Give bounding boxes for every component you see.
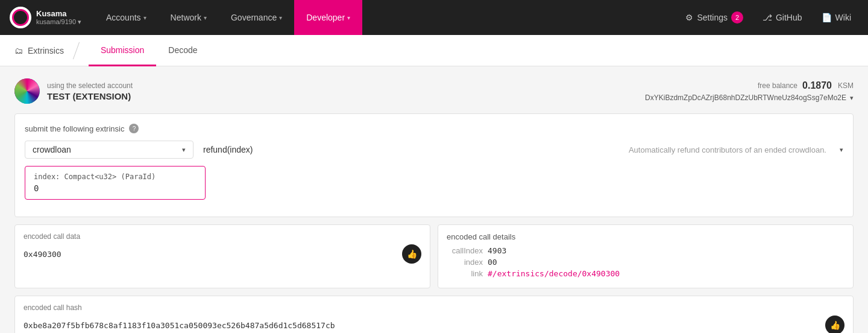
account-section: using the selected account TEST (EXTENSI… [14,78,854,104]
section-label: Extrinsics [28,46,64,56]
nav-right: ⚙ Settings 2 ⎇ GitHub 📄 Wiki [678,8,858,27]
module-value: crowdloan [33,145,71,154]
github-label: GitHub [776,13,802,22]
index-label: index: Compact<u32> (ParaId) [34,173,197,181]
account-address: DxYKiBzdmZpDcAZrjB68nhDZzUbRTWneUz84ogSs… [645,94,846,102]
avatar [14,78,40,104]
nav-network-label: Network [171,13,201,22]
help-icon[interactable]: ? [129,124,139,133]
subnav-tabs: Submission Decode [89,35,210,66]
copy-icon: 👍 [407,249,417,259]
module-select[interactable]: crowdloan ▾ [25,141,193,159]
copy-hash-icon: 👍 [830,320,840,330]
governance-chevron-icon: ▾ [279,14,282,21]
tab-submission[interactable]: Submission [89,35,156,66]
nav-developer-label: Developer [306,13,345,22]
index-key: index [447,258,483,267]
nav-governance[interactable]: Governance ▾ [219,0,294,35]
encoded-call-hash-value: 0xbe8a207f5bfb678c8af1183f10a3051ca05009… [24,321,335,330]
encoded-grid: encoded call data 0x490300 👍 encoded cal… [14,224,854,288]
brand-logo [10,7,31,28]
wiki-icon: 📄 [822,13,832,22]
extrinsic-header-label: submit the following extrinsic [25,124,124,133]
subnav: 🗂 Extrinsics Submission Decode [0,35,868,66]
wiki-label: Wiki [835,13,851,22]
account-label: using the selected account [47,81,133,90]
brand-name: Kusama [36,9,81,18]
free-balance-row: free balance 0.1870 KSM [758,80,854,91]
extrinsic-controls: crowdloan ▾ refund(index) Automatically … [25,141,843,159]
settings-badge: 2 [731,11,743,24]
method-chevron-icon: ▾ [840,146,843,154]
module-chevron-icon: ▾ [182,146,186,154]
account-left: using the selected account TEST (EXTENSI… [14,78,133,104]
link-key: link [447,269,483,278]
call-detail-link: link #/extrinsics/decode/0x490300 [447,269,844,278]
nav-accounts[interactable]: Accounts ▾ [94,0,159,35]
tab-submission-label: Submission [101,45,144,55]
brand-sub: kusama/9190 ▾ [36,18,81,26]
github-link[interactable]: ⎇ GitHub [755,9,810,26]
tab-decode[interactable]: Decode [156,35,209,66]
nav-items: Accounts ▾ Network ▾ Governance ▾ Develo… [94,0,678,35]
balance-amount: 0.1870 [802,80,832,91]
encoded-call-data-value: 0x490300 [24,250,61,259]
section-icon: 🗂 [14,46,23,56]
call-details-title: encoded call details [447,232,844,241]
settings-icon: ⚙ [685,13,693,22]
network-chevron-icon: ▾ [204,14,207,21]
extrinsic-section: submit the following extrinsic ? crowdlo… [14,113,854,217]
index-value[interactable]: 0 [34,183,197,193]
method-display: refund(index) [203,145,275,154]
tab-decode-label: Decode [168,45,197,55]
balance-unit: KSM [838,81,854,90]
main-content: using the selected account TEST (EXTENSI… [0,66,868,333]
account-name: TEST (EXTENSION) [47,91,133,101]
encoded-hash-section: encoded call hash 0xbe8a207f5bfb678c8af1… [14,296,854,333]
call-detail-callindex: callIndex 4903 [447,246,844,255]
extrinsic-header: submit the following extrinsic ? [25,124,843,133]
balance-decimal: 1870 [810,80,832,90]
nav-governance-label: Governance [231,13,277,22]
encoded-call-data-label: encoded call data [24,232,421,241]
callindex-key: callIndex [447,246,483,255]
call-detail-index: index 00 [447,258,844,267]
call-details-card: encoded call details callIndex 4903 inde… [438,224,854,288]
brand-text: Kusama kusama/9190 ▾ [36,9,81,26]
developer-chevron-icon: ▾ [347,14,350,21]
settings-label: Settings [697,13,728,22]
settings-button[interactable]: ⚙ Settings 2 [678,8,750,27]
nav-network[interactable]: Network ▾ [159,0,219,35]
brand[interactable]: Kusama kusama/9190 ▾ [10,7,94,28]
github-icon: ⎇ [763,13,772,22]
decode-link[interactable]: #/extrinsics/decode/0x490300 [488,269,620,278]
encoded-call-hash-label: encoded call hash [24,303,844,312]
account-info: using the selected account TEST (EXTENSI… [47,81,133,101]
wiki-link[interactable]: 📄 Wiki [814,9,858,26]
free-balance-label: free balance [758,81,797,90]
encoded-call-hash-row: 0xbe8a207f5bfb678c8af1183f10a3051ca05009… [24,316,844,333]
section-title: 🗂 Extrinsics [14,46,76,56]
index-val: 00 [488,258,497,267]
accounts-chevron-icon: ▾ [143,14,146,21]
encoded-call-data-row: 0x490300 👍 [24,244,421,264]
address-row[interactable]: DxYKiBzdmZpDcAZrjB68nhDZzUbRTWneUz84ogSs… [645,94,854,102]
method-description: Automatically refund contributors of an … [285,145,826,154]
copy-call-data-button[interactable]: 👍 [402,244,421,264]
address-chevron-icon: ▾ [850,94,854,102]
nav-developer[interactable]: Developer ▾ [294,0,362,35]
encoded-call-hash-card: encoded call hash 0xbe8a207f5bfb678c8af1… [14,296,854,333]
balance-integer: 0. [802,80,810,90]
copy-call-hash-button[interactable]: 👍 [825,316,844,333]
encoded-call-data-card: encoded call data 0x490300 👍 [14,224,430,288]
account-right: free balance 0.1870 KSM DxYKiBzdmZpDcAZr… [645,80,854,102]
index-box: index: Compact<u32> (ParaId) 0 [25,166,206,200]
top-navigation: Kusama kusama/9190 ▾ Accounts ▾ Network … [0,0,868,35]
nav-accounts-label: Accounts [106,13,141,22]
callindex-value: 4903 [488,246,506,255]
